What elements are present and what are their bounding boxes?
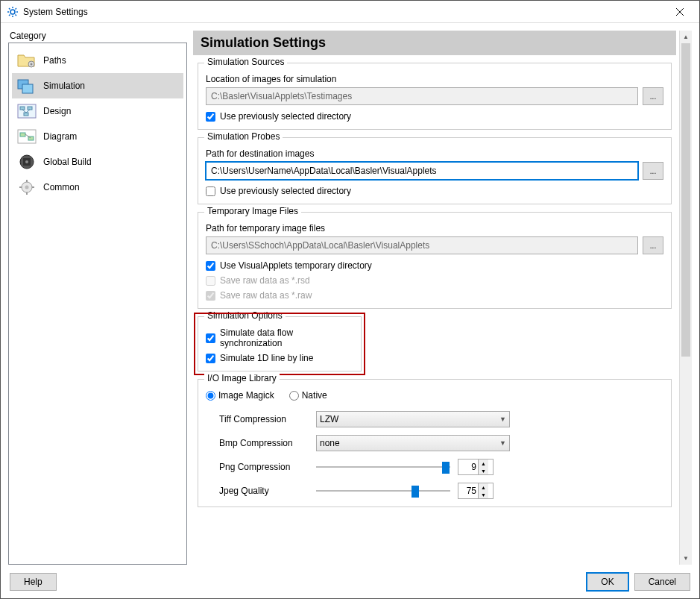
category-label-paths: Paths xyxy=(43,55,66,66)
label-jpeg: Jpeg Quality xyxy=(219,486,309,496)
slider-jpeg[interactable] xyxy=(316,483,450,498)
help-button[interactable]: Help xyxy=(10,573,57,591)
category-label-diagram: Diagram xyxy=(43,131,77,142)
label-tiff: Tiff Compression xyxy=(219,414,309,424)
label-png: Png Compression xyxy=(219,462,309,472)
checkbox-use-va-temp[interactable]: Use VisualApplets temporary directory xyxy=(206,260,663,271)
slider-jpeg-thumb[interactable] xyxy=(412,486,419,498)
group-title-iolib: I/O Image Library xyxy=(204,373,280,383)
common-gear-icon xyxy=(15,177,39,198)
input-probes-path[interactable] xyxy=(206,162,638,180)
select-bmp-value: none xyxy=(320,438,340,448)
input-temp-path[interactable] xyxy=(206,236,638,254)
category-label-simulation: Simulation xyxy=(43,81,85,91)
window-title: System Settings xyxy=(23,7,666,17)
radio-image-magick-input[interactable] xyxy=(206,391,215,401)
group-simulation-probes: Simulation Probes Path for destination i… xyxy=(198,137,672,204)
group-simulation-sources: Simulation Sources Location of images fo… xyxy=(198,63,672,130)
radio-native-input[interactable] xyxy=(289,391,299,401)
checkbox-save-rsd-input xyxy=(206,276,215,286)
simulation-icon xyxy=(15,75,39,96)
scroll-down-icon[interactable]: ▼ xyxy=(680,552,692,565)
spinner-jpeg-value[interactable] xyxy=(458,486,478,496)
svg-point-12 xyxy=(31,63,33,66)
slider-png[interactable] xyxy=(316,460,450,474)
checkbox-sources-use-prev-input[interactable] xyxy=(206,112,215,122)
checkbox-use-va-temp-label: Use VisualApplets temporary directory xyxy=(220,260,372,271)
group-simulation-options: Simulation Options Simulate data flow sy… xyxy=(198,316,362,371)
checkbox-probes-use-prev-input[interactable] xyxy=(206,186,215,196)
checkbox-sim-sync-label: Simulate data flow synchronization xyxy=(220,327,353,348)
group-title-probes: Simulation Probes xyxy=(204,131,283,142)
checkbox-sim-line-input[interactable] xyxy=(206,354,215,363)
spinner-jpeg-down[interactable]: ▼ xyxy=(478,491,488,498)
svg-point-29 xyxy=(25,186,29,189)
category-label-global-build: Global Build xyxy=(43,157,92,167)
select-bmp[interactable]: none ▼ xyxy=(316,435,510,451)
checkbox-use-va-temp-input[interactable] xyxy=(206,261,215,271)
diagram-icon xyxy=(15,126,39,147)
checkbox-sim-line[interactable]: Simulate 1D line by line xyxy=(206,353,353,363)
checkbox-sim-sync-input[interactable] xyxy=(206,333,215,343)
category-item-diagram[interactable]: Diagram xyxy=(12,124,183,149)
svg-rect-16 xyxy=(20,107,25,110)
slider-png-thumb[interactable] xyxy=(442,462,450,474)
category-label: Category xyxy=(8,31,187,41)
category-item-design[interactable]: Design xyxy=(12,98,183,124)
ok-button[interactable]: OK xyxy=(587,573,628,591)
radio-image-magick[interactable]: Image Magick xyxy=(206,390,274,401)
checkbox-probes-use-prev[interactable]: Use previously selected directory xyxy=(206,186,663,196)
svg-point-0 xyxy=(10,10,15,14)
category-item-simulation[interactable]: Simulation xyxy=(12,73,183,98)
svg-line-7 xyxy=(9,14,10,16)
spinner-png-down[interactable]: ▼ xyxy=(478,467,488,474)
checkbox-save-rsd: Save raw data as *.rsd xyxy=(206,275,663,286)
svg-rect-22 xyxy=(20,133,25,137)
category-tree: Paths Simulation Design Diagram xyxy=(8,43,187,565)
svg-rect-18 xyxy=(24,113,28,116)
spinner-jpeg-up[interactable]: ▲ xyxy=(478,483,488,491)
select-tiff-value: LZW xyxy=(320,414,338,424)
checkbox-sources-use-prev[interactable]: Use previously selected directory xyxy=(206,111,663,122)
svg-point-27 xyxy=(25,160,28,163)
svg-rect-14 xyxy=(22,84,33,93)
browse-temp-button[interactable]: ... xyxy=(643,236,663,254)
category-item-global-build[interactable]: Global Build xyxy=(12,149,183,175)
checkbox-save-raw-input xyxy=(206,291,215,301)
select-tiff[interactable]: LZW ▼ xyxy=(316,411,510,427)
close-button[interactable] xyxy=(666,1,693,22)
radio-native[interactable]: Native xyxy=(289,390,327,401)
checkbox-sources-use-prev-label: Use previously selected directory xyxy=(220,111,351,122)
category-item-paths[interactable]: Paths xyxy=(12,48,183,73)
folder-icon xyxy=(15,50,39,71)
dialog-footer: Help OK Cancel xyxy=(8,569,692,591)
svg-rect-17 xyxy=(28,107,32,110)
vertical-scrollbar[interactable]: ▲ ▼ xyxy=(679,31,692,565)
design-icon xyxy=(15,101,39,122)
gear-icon xyxy=(7,6,19,18)
checkbox-sim-line-label: Simulate 1D line by line xyxy=(220,353,313,363)
scrollbar-thumb[interactable] xyxy=(681,43,690,357)
svg-line-5 xyxy=(9,8,10,10)
checkbox-sim-sync[interactable]: Simulate data flow synchronization xyxy=(206,327,353,348)
category-label-design: Design xyxy=(43,106,71,116)
spinner-png[interactable]: ▲▼ xyxy=(458,459,494,475)
scroll-up-icon[interactable]: ▲ xyxy=(680,31,692,43)
group-title-sources: Simulation Sources xyxy=(204,57,287,67)
group-title-options: Simulation Options xyxy=(204,310,286,321)
chevron-down-icon: ▼ xyxy=(499,439,506,447)
spinner-jpeg[interactable]: ▲▼ xyxy=(458,483,494,499)
titlebar: System Settings xyxy=(1,1,699,23)
checkbox-probes-use-prev-label: Use previously selected directory xyxy=(220,186,351,196)
input-sources-path[interactable] xyxy=(206,87,638,105)
page-title: Simulation Settings xyxy=(193,31,676,55)
checkbox-save-rsd-label: Save raw data as *.rsd xyxy=(220,275,310,286)
category-item-common[interactable]: Common xyxy=(12,175,183,200)
cancel-button[interactable]: Cancel xyxy=(634,573,690,591)
spinner-png-up[interactable]: ▲ xyxy=(478,460,488,467)
svg-line-6 xyxy=(16,14,17,16)
browse-sources-button[interactable]: ... xyxy=(643,87,663,105)
spinner-png-value[interactable] xyxy=(458,462,478,472)
browse-probes-button[interactable]: ... xyxy=(643,162,663,180)
checkbox-save-raw: Save raw data as *.raw xyxy=(206,290,663,301)
